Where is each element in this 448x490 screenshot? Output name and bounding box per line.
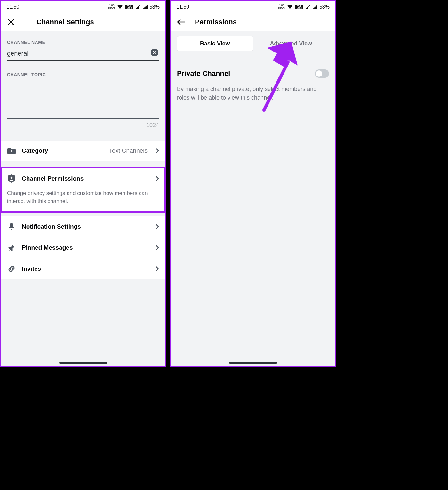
chevron-right-icon — [155, 245, 159, 251]
net-speed-icon: 4.00KB/S — [278, 4, 285, 10]
topic-char-counter: 1024 — [1, 120, 165, 129]
net-speed-icon: 4.00KB/S — [108, 4, 115, 10]
bell-icon — [7, 222, 16, 231]
status-right: 4.00KB/S Vo 1LTE 2 58% — [108, 4, 160, 10]
channel-topic-label: CHANNEL TOPIC — [1, 61, 165, 80]
svg-text:LTE 2: LTE 2 — [127, 7, 132, 9]
header: Permissions — [171, 13, 335, 31]
permissions-label: Channel Permissions — [22, 175, 149, 182]
notification-settings-row[interactable]: Notification Settings — [1, 216, 165, 237]
tab-advanced-view[interactable]: Advanced View — [253, 36, 329, 51]
signal-1-icon — [305, 5, 310, 9]
svg-text:LTE 2: LTE 2 — [297, 7, 302, 9]
signal-2-icon — [312, 5, 317, 9]
home-indicator — [229, 362, 277, 364]
phone-permissions: 11:50 4.00KB/S Vo 1LTE 2 58% — [170, 0, 336, 367]
status-bar: 11:50 4.00KB/S Vo 1LTE 2 58% — [171, 1, 335, 13]
permissions-desc: Change privacy settings and customize ho… — [1, 189, 165, 212]
page-title: Channel Settings — [36, 18, 94, 26]
status-bar: 11:50 4.00KB/S Vo 1LTE 2 58% — [1, 1, 165, 13]
clear-icon[interactable] — [151, 49, 158, 56]
signal-2-icon — [142, 5, 148, 9]
invites-row[interactable]: Invites — [1, 258, 165, 279]
header: Channel Settings — [1, 13, 165, 31]
signal-1-icon — [135, 5, 140, 9]
channel-name-input[interactable] — [7, 48, 159, 61]
channel-name-label: CHANNEL NAME — [1, 31, 165, 48]
status-right: 4.00KB/S Vo 1LTE 2 58% — [278, 4, 330, 10]
chevron-right-icon — [155, 148, 159, 154]
private-channel-label: Private Channel — [177, 69, 230, 78]
chevron-right-icon — [155, 176, 159, 181]
tab-basic-view[interactable]: Basic View — [177, 36, 253, 51]
private-channel-desc: By making a channel private, only select… — [177, 85, 329, 102]
notifications-label: Notification Settings — [22, 223, 149, 230]
volte-icon: Vo 1LTE 2 — [295, 5, 303, 9]
phone-channel-settings: 11:50 4.00KB/S Vo 1LTE 2 58% — [0, 0, 166, 367]
svg-point-3 — [11, 177, 12, 179]
battery-text: 58% — [149, 4, 160, 10]
link-icon — [7, 265, 16, 273]
chevron-right-icon — [155, 224, 159, 229]
status-time: 11:50 — [6, 4, 19, 10]
channel-permissions-row[interactable]: Channel Permissions — [1, 168, 165, 189]
pin-icon — [7, 244, 16, 252]
back-icon[interactable] — [177, 19, 188, 25]
pinned-label: Pinned Messages — [22, 244, 149, 251]
battery-text: 58% — [319, 4, 330, 10]
shield-person-icon — [7, 174, 16, 183]
close-icon[interactable] — [7, 18, 18, 26]
folder-plus-icon — [7, 147, 16, 154]
view-tabs: Basic View Advanced View — [171, 31, 335, 51]
category-value: Text Channels — [109, 147, 148, 154]
private-channel-toggle[interactable] — [315, 69, 329, 78]
wifi-icon — [117, 4, 123, 10]
volte-icon: Vo 1LTE 2 — [125, 5, 133, 9]
page-title: Permissions — [195, 18, 237, 26]
category-label: Category — [22, 147, 103, 154]
status-time: 11:50 — [176, 4, 189, 10]
pinned-messages-row[interactable]: Pinned Messages — [1, 237, 165, 258]
channel-topic-input[interactable] — [7, 80, 159, 119]
invites-label: Invites — [22, 265, 149, 272]
wifi-icon — [287, 4, 293, 10]
home-indicator — [59, 362, 107, 364]
category-row[interactable]: Category Text Channels — [1, 141, 165, 161]
chevron-right-icon — [155, 266, 159, 272]
